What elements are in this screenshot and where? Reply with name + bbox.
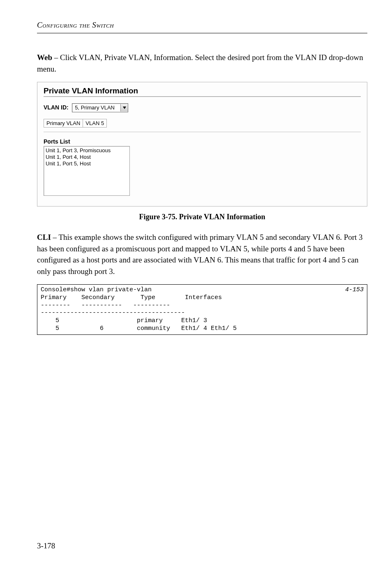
chevron-down-icon[interactable] (120, 104, 128, 111)
intro-paragraph: Web – Click VLAN, Private VLAN, Informat… (37, 52, 367, 74)
cli-lead: CLI (37, 233, 51, 241)
cli-reference: 4-153 (345, 286, 364, 294)
screenshot-panel: Private VLAN Information VLAN ID: 5, Pri… (37, 82, 367, 207)
svg-marker-0 (123, 107, 126, 109)
intro-rest: – Click VLAN, Private VLAN, Information.… (37, 53, 363, 73)
ports-list-heading: Ports List (44, 138, 361, 145)
table-row: Primary VLAN VLAN 5 (44, 119, 107, 127)
primary-vlan-cell-value: VLAN 5 (83, 119, 107, 127)
figure-caption: Figure 3-75. Private VLAN Information (37, 213, 367, 221)
list-item[interactable]: Unit 1, Port 5, Host (46, 160, 128, 167)
cli-line2: Primary Secondary Type Interfaces (41, 294, 222, 301)
intro-lead: Web (37, 53, 52, 62)
cli-paragraph: CLI – This example shows the switch conf… (37, 232, 367, 277)
primary-vlan-table: Primary VLAN VLAN 5 (44, 119, 107, 128)
cli-output-box: Console#show vlan private-vlan4-153 Prim… (37, 284, 367, 335)
vlan-id-value: 5, Primary VLAN (72, 104, 120, 111)
section-header-text: Configuring the Switch (37, 21, 114, 29)
cli-line4: --------------------------------------- (41, 309, 185, 316)
cli-rest: – This example shows the switch configur… (37, 233, 363, 276)
vlan-id-dropdown[interactable]: 5, Primary VLAN (72, 103, 128, 112)
cli-line5: 5 primary Eth1/ 3 (41, 317, 207, 324)
panel-title-rule (44, 96, 361, 97)
cli-line6: 5 6 community Eth1/ 4 Eth1/ 5 (41, 325, 237, 332)
cli-line1: Console#show vlan private-vlan (41, 286, 152, 293)
panel-title: Private VLAN Information (44, 86, 361, 95)
vlan-id-row: VLAN ID: 5, Primary VLAN (44, 103, 361, 112)
sub-rule (44, 132, 361, 132)
list-item[interactable]: Unit 1, Port 3, Promiscuous (46, 147, 128, 154)
ports-list-box[interactable]: Unit 1, Port 3, Promiscuous Unit 1, Port… (44, 146, 130, 196)
list-item[interactable]: Unit 1, Port 4, Host (46, 154, 128, 160)
section-header: Configuring the Switch (37, 21, 367, 30)
page-number: 3-178 (37, 541, 55, 550)
primary-vlan-cell-label: Primary VLAN (44, 119, 83, 127)
cli-line3: -------- ----------- ---------- (41, 302, 170, 309)
header-rule (37, 33, 367, 33)
vlan-id-label: VLAN ID: (44, 104, 69, 111)
